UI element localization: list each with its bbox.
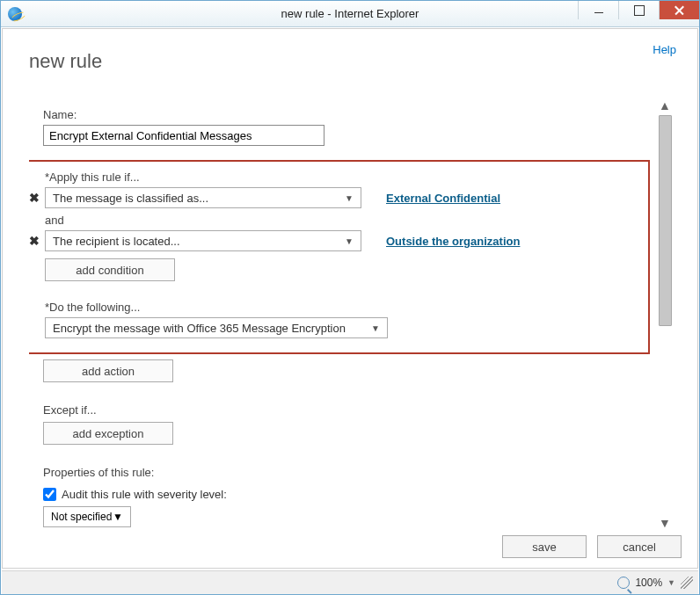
name-input[interactable] [43,125,324,146]
remove-condition-1[interactable]: ✖ [29,191,41,205]
chevron-down-icon: ▼ [345,193,354,203]
and-text: and [45,214,636,227]
window-controls [578,1,699,19]
name-label: Name: [43,108,650,121]
condition-1-select[interactable]: The message is classified as... ▼ [45,187,361,208]
condition-2-text: The recipient is located... [53,235,180,248]
statusbar: 100% ▼ [2,570,698,594]
scroll-thumb[interactable] [659,115,672,326]
do-following-label: *Do the following... [45,301,636,314]
action-1-text: Encrypt the message with Office 365 Mess… [53,322,346,335]
add-exception-button[interactable]: add exception [43,422,173,445]
close-button[interactable] [659,1,699,19]
zoom-caret-icon[interactable]: ▼ [667,578,675,587]
scrollbar[interactable]: ▲ ▼ [657,98,673,531]
remove-condition-2[interactable]: ✖ [29,234,41,248]
severity-select[interactable]: Not specified ▼ [43,506,131,527]
save-button[interactable]: save [502,535,587,558]
chevron-down-icon: ▼ [371,323,380,333]
maximize-button[interactable] [618,1,659,19]
condition-1-value[interactable]: External Confidential [386,192,500,205]
resize-grip[interactable] [681,577,693,589]
properties-label: Properties of this rule: [43,466,650,479]
condition-2-value[interactable]: Outside the organization [386,235,520,248]
zoom-icon[interactable] [617,577,630,589]
scroll-up-icon[interactable]: ▲ [657,98,673,113]
help-link[interactable]: Help [653,43,676,56]
cancel-button[interactable]: cancel [597,535,682,558]
highlight-box: *Apply this rule if... ✖ The message is … [29,160,650,354]
chevron-down-icon: ▼ [345,236,354,246]
window-titlebar: new rule - Internet Explorer [1,1,699,27]
except-if-label: Except if... [43,403,650,417]
bottom-bar: save cancel [502,525,682,569]
audit-label: Audit this rule with severity level: [62,488,227,501]
audit-checkbox[interactable] [43,488,56,501]
form-body: Name: *Apply this rule if... ✖ The messa… [43,98,650,531]
action-1-select[interactable]: Encrypt the message with Office 365 Mess… [45,317,388,338]
page-title: new rule [29,50,102,73]
condition-2-select[interactable]: The recipient is located... ▼ [45,230,361,251]
scroll-area: ▲ ▼ Name: *Apply this rule if... ✖ The m… [29,98,673,531]
severity-value: Not specified [51,511,112,523]
add-condition-button[interactable]: add condition [45,258,175,281]
apply-if-label: *Apply this rule if... [45,171,636,184]
add-action-button[interactable]: add action [43,359,173,382]
zoom-level: 100% [635,577,662,589]
condition-1-text: The message is classified as... [53,192,208,205]
minimize-button[interactable] [578,1,618,19]
chevron-down-icon: ▼ [113,511,123,523]
